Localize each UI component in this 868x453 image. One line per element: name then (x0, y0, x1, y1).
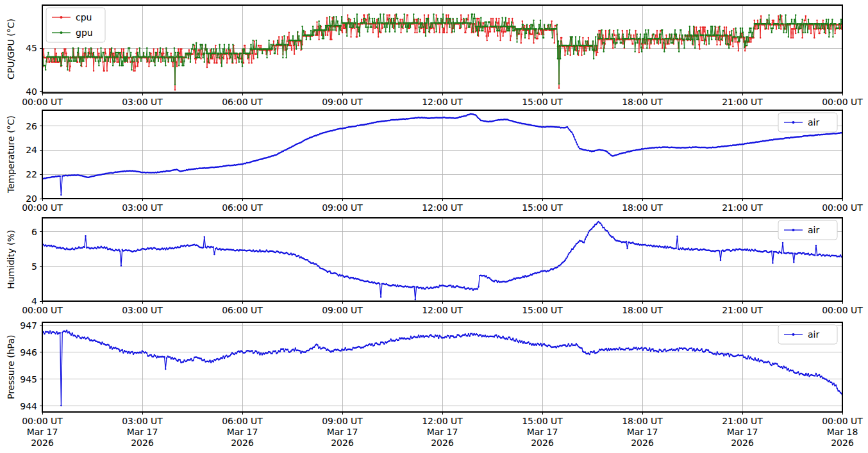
x-tick-label: 15:00 UT (522, 97, 563, 107)
temperature-panel: 00:00 UT03:00 UT06:00 UT09:00 UT12:00 UT… (22, 110, 863, 213)
x-tick-label: 00:00 UT (822, 305, 863, 315)
x-tick-label: 09:00 UT (322, 97, 363, 107)
gridlines (42, 110, 842, 199)
x-tick-label: 06:00 UT (222, 416, 263, 426)
x-tick-label: 03:00 UT (122, 305, 163, 315)
x-tick-label: 12:00 UT (422, 416, 463, 426)
x-tick-label: 09:00 UT (322, 305, 363, 315)
humidity-panel: 00:00 UT03:00 UT06:00 UT09:00 UT12:00 UT… (22, 218, 863, 315)
gridlines (42, 218, 842, 301)
axis-tick-labels: 00:00 UTMar 17202603:00 UTMar 17202606:0… (20, 320, 863, 448)
y-tick-label: 947 (20, 320, 37, 331)
x-tick-label: 18:00 UT (622, 202, 663, 213)
x-tick-year-label: 2026 (531, 438, 554, 448)
x-tick-date-label: Mar 17 (227, 427, 258, 437)
x-tick-year-label: 2026 (831, 438, 854, 448)
x-tick-label: 15:00 UT (522, 416, 563, 426)
x-tick-year-label: 2026 (231, 438, 254, 448)
x-tick-date-label: Mar 17 (527, 427, 558, 437)
x-tick-label: 06:00 UT (222, 202, 263, 213)
x-tick-date-label: Mar 17 (427, 427, 458, 437)
y-tick-label: 22 (26, 169, 37, 179)
x-tick-year-label: 2026 (731, 438, 754, 448)
legend-marker (60, 16, 63, 19)
x-tick-label: 21:00 UT (722, 202, 763, 213)
x-tick-date-label: Mar 17 (327, 427, 358, 437)
x-tick-label: 12:00 UT (422, 202, 463, 213)
legend-marker (792, 121, 795, 124)
x-tick-label: 00:00 UT (822, 97, 863, 107)
x-tick-label: 00:00 UT (22, 305, 63, 315)
cpu-gpu-panel: 00:00 UT03:00 UT06:00 UT09:00 UT12:00 UT… (22, 5, 863, 107)
x-tick-label: 12:00 UT (422, 97, 463, 107)
x-tick-label: 15:00 UT (522, 202, 563, 213)
x-tick-year-label: 2026 (131, 438, 154, 448)
x-tick-label: 09:00 UT (322, 416, 363, 426)
x-tick-label: 21:00 UT (722, 97, 763, 107)
y-tick-label: 24 (26, 145, 37, 155)
x-tick-date-label: Mar 17 (27, 427, 58, 437)
x-tick-date-label: Mar 17 (127, 427, 158, 437)
y-tick-label: 5 (31, 261, 37, 272)
x-tick-date-label: Mar 17 (727, 427, 758, 437)
legend-label: air (808, 225, 819, 235)
legend-label: air (808, 329, 819, 340)
x-tick-year-label: 2026 (631, 438, 654, 448)
y-tick-label: 4 (31, 296, 37, 306)
x-tick-label: 12:00 UT (422, 305, 463, 315)
legend-label: gpu (76, 28, 93, 38)
x-tick-label: 03:00 UT (122, 97, 163, 107)
x-tick-year-label: 2026 (31, 438, 54, 448)
x-tick-label: 18:00 UT (622, 97, 663, 107)
y-tick-label: 946 (20, 347, 37, 358)
legend-marker (60, 31, 63, 34)
legend: air (778, 220, 837, 240)
x-tick-year-label: 2026 (431, 438, 454, 448)
x-tick-label: 21:00 UT (722, 305, 763, 315)
x-tick-label: 06:00 UT (222, 305, 263, 315)
legend-marker (792, 333, 795, 336)
gridlines (42, 322, 842, 412)
x-tick-label: 00:00 UT (22, 97, 63, 107)
legend: air (778, 113, 837, 132)
x-tick-date-label: Mar 18 (827, 427, 858, 437)
x-tick-label: 03:00 UT (122, 202, 163, 213)
y-tick-label: 45 (26, 43, 37, 53)
y-tick-label: 6 (31, 227, 37, 237)
x-tick-label: 21:00 UT (722, 416, 763, 426)
y-tick-label: 26 (26, 121, 37, 131)
x-tick-label: 00:00 UT (22, 416, 63, 426)
axis-ticks (40, 126, 842, 201)
y-tick-label: 20 (26, 194, 37, 204)
x-tick-label: 15:00 UT (522, 305, 563, 315)
x-tick-year-label: 2026 (331, 438, 354, 448)
axis-ticks (40, 232, 842, 304)
legend-label: cpu (76, 12, 92, 22)
x-tick-label: 00:00 UT (822, 416, 863, 426)
x-tick-label: 18:00 UT (622, 416, 663, 426)
legend-marker (792, 229, 795, 231)
pressure-panel: 00:00 UTMar 17202603:00 UTMar 17202606:0… (20, 320, 863, 448)
legend: air (778, 325, 837, 344)
x-tick-label: 03:00 UT (122, 416, 163, 426)
x-tick-label: 00:00 UT (22, 202, 63, 213)
x-tick-label: 09:00 UT (322, 202, 363, 213)
x-tick-label: 00:00 UT (822, 202, 863, 213)
y-tick-label: 945 (20, 374, 37, 384)
legend: cpugpu (46, 8, 105, 42)
x-tick-label: 18:00 UT (622, 305, 663, 315)
legend-label: air (808, 117, 819, 128)
sensor-dashboard-figure: 00:00 UT03:00 UT06:00 UT09:00 UT12:00 UT… (0, 0, 868, 453)
x-tick-label: 06:00 UT (222, 97, 263, 107)
x-tick-date-label: Mar 17 (627, 427, 658, 437)
y-tick-label: 944 (20, 401, 37, 411)
time-series-charts: 00:00 UT03:00 UT06:00 UT09:00 UT12:00 UT… (0, 0, 868, 453)
axis-ticks (40, 325, 842, 415)
y-tick-label: 40 (26, 86, 37, 97)
axis-ticks (40, 48, 842, 95)
